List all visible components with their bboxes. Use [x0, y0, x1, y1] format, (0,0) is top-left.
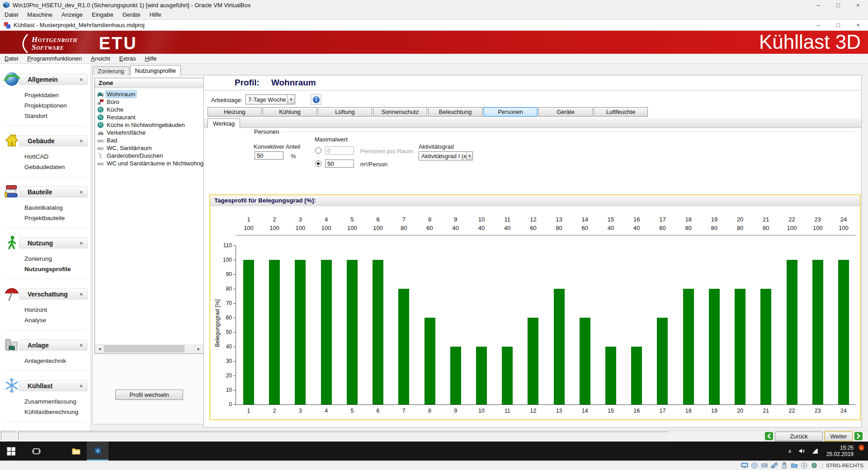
app-minimize-button[interactable]: –: [808, 20, 828, 30]
workdays-dropdown[interactable]: 7-Tage Woche ▼: [245, 94, 295, 104]
activity-level-dropdown[interactable]: Aktivitätsgrad I (entsp ▼: [419, 151, 473, 160]
info-button[interactable]: [311, 94, 321, 105]
zone-horizontal-scrollbar[interactable]: ◄ ►: [95, 344, 203, 353]
task-view-button[interactable]: [25, 442, 47, 461]
taskbar-clock[interactable]: 15:25 25.02.2019: [822, 445, 858, 457]
collapse-chevron-icon[interactable]: «: [79, 190, 85, 193]
app-menu-ansicht[interactable]: Ansicht: [86, 54, 115, 63]
sidebar-header-kühllast[interactable]: Kühllast«: [5, 378, 88, 393]
zone-list-item[interactable]: wcWC und Sanitärräume in Nichtwohngebäud…: [97, 160, 203, 167]
sidebar-item-horizont[interactable]: Horizont: [24, 305, 88, 315]
profile-tab-sonnenschutz[interactable]: Sonnenschutz: [373, 107, 427, 117]
profile-tab-kühlung[interactable]: Kühlung: [263, 107, 317, 117]
vbox-menu-maschine[interactable]: Maschine: [23, 10, 57, 19]
next-button[interactable]: Weiter: [825, 432, 853, 441]
scroll-left-button[interactable]: ◄: [95, 344, 104, 353]
zone-tab-zonierung[interactable]: Zonierung: [93, 66, 129, 75]
sidebar-item-projektdaten[interactable]: Projektdaten: [24, 90, 88, 100]
sidebar-item-analyse[interactable]: Analyse: [24, 315, 88, 325]
next-arrow-icon[interactable]: [854, 432, 863, 440]
sidebar-item-nutzungsprofile[interactable]: Nutzungsprofile: [24, 264, 88, 274]
recording-icon[interactable]: [801, 462, 808, 469]
app-maximize-button[interactable]: □: [828, 20, 848, 30]
tab-werktag[interactable]: Werktag: [208, 118, 240, 128]
app-menu-datei[interactable]: Datei: [0, 54, 23, 63]
convective-share-input[interactable]: [255, 151, 283, 160]
shared-folder-icon[interactable]: [791, 462, 798, 469]
vbox-menu-eingabe[interactable]: Eingabe: [87, 10, 118, 19]
file-explorer-button[interactable]: [65, 442, 87, 461]
sidebar-header-verschattung[interactable]: Verschattung«: [5, 287, 88, 301]
notification-center-button[interactable]: 1: [858, 442, 868, 461]
sqm-per-person-radio[interactable]: [315, 160, 321, 167]
network-tray-icon[interactable]: [808, 442, 822, 461]
dropdown-arrow-icon[interactable]: ▼: [466, 152, 472, 160]
vbox-minimize-button[interactable]: –: [808, 0, 828, 10]
zone-list-item[interactable]: wcWC, Sanitärraum: [97, 144, 203, 152]
sidebar-item-anlagentechnik[interactable]: Anlagentechnik: [24, 356, 88, 366]
vbox-close-button[interactable]: ×: [848, 0, 868, 10]
sidebar-header-anlage[interactable]: Anlage«: [5, 338, 88, 352]
app-close-button[interactable]: ×: [848, 20, 868, 30]
start-button[interactable]: [0, 442, 22, 461]
sidebar-item-kühllastberechnung[interactable]: Kühllastberechnung: [24, 407, 88, 417]
profile-tab-personen[interactable]: Personen: [483, 107, 538, 117]
profile-tab-beleuchtung[interactable]: Beleuchtung: [428, 107, 482, 117]
scrollbar-thumb[interactable]: [104, 345, 184, 352]
scroll-right-button[interactable]: ►: [194, 344, 203, 353]
app-menu-extras[interactable]: Extras: [115, 54, 141, 63]
zone-list-item[interactable]: Küche in Nichtwohngebäuden: [97, 121, 203, 129]
zone-list-item[interactable]: Wohnraum: [97, 90, 203, 98]
collapse-chevron-icon[interactable]: «: [79, 384, 85, 387]
usb-icon[interactable]: [781, 462, 788, 469]
vbox-menu-datei[interactable]: Datei: [0, 10, 23, 19]
hard-disk-icon[interactable]: [761, 462, 768, 469]
switch-profile-button[interactable]: Profil wechseln: [115, 390, 183, 400]
sidebar-item-standort[interactable]: Standort: [24, 111, 88, 121]
persons-per-room-radio[interactable]: [315, 147, 321, 154]
sidebar-item-projektoptionen[interactable]: Projektoptionen: [24, 100, 88, 111]
vbox-menu-ger-te[interactable]: Geräte: [118, 10, 145, 19]
profile-tab-heizung[interactable]: Heizung: [208, 107, 262, 117]
zone-list-item[interactable]: Verkehrsfläche: [97, 129, 203, 136]
zone-list-item[interactable]: Büro: [97, 98, 203, 106]
sidebar-item-bauteilkatalog[interactable]: Bauteilkatalog: [24, 202, 88, 213]
zone-list-item[interactable]: Restaurant: [97, 113, 203, 121]
display-icon[interactable]: [741, 462, 748, 469]
features-chip-icon[interactable]: [811, 462, 818, 469]
network-adapter-icon[interactable]: [771, 462, 778, 469]
zone-list-item[interactable]: Küche: [97, 106, 203, 113]
profile-tab-geräte[interactable]: Geräte: [538, 107, 593, 117]
back-button[interactable]: Zurück: [775, 432, 823, 441]
sidebar-header-nutzung[interactable]: Nutzung«: [5, 235, 88, 250]
dropdown-arrow-icon[interactable]: ▼: [287, 95, 295, 104]
profile-tab-luftfeuchte[interactable]: Luftfeuchte: [594, 107, 648, 117]
show-hidden-icons-button[interactable]: ∧: [785, 442, 795, 461]
persons-per-room-input[interactable]: [325, 146, 354, 155]
vbox-menu-hilfe[interactable]: Hilfe: [145, 10, 165, 19]
sidebar-header-gebäude[interactable]: Gebäude«: [5, 133, 88, 148]
zone-list-item[interactable]: wcBad: [97, 136, 203, 144]
sidebar-item-hottcad[interactable]: HottCAD: [24, 151, 88, 162]
sidebar-item-zusammenfassung[interactable]: Zusammenfassung: [24, 396, 88, 407]
sqm-per-person-input[interactable]: [325, 160, 354, 168]
volume-icon[interactable]: [795, 442, 808, 461]
collapse-chevron-icon[interactable]: «: [79, 343, 85, 347]
collapse-chevron-icon[interactable]: «: [79, 78, 85, 81]
zone-list-item[interactable]: Garderoben/Duschen: [97, 152, 203, 160]
zone-tab-nutzungsprofile[interactable]: Nutzungsprofile: [130, 65, 181, 75]
sidebar-item-zonierung[interactable]: Zonierung: [24, 254, 88, 264]
kuehllast-taskbar-button[interactable]: [87, 442, 108, 461]
sidebar-header-bauteile[interactable]: Bauteile«: [5, 184, 88, 199]
vbox-menu-anzeige[interactable]: Anzeige: [57, 10, 87, 19]
collapse-chevron-icon[interactable]: «: [79, 241, 85, 244]
app-menu-hilfe[interactable]: Hilfe: [141, 54, 161, 63]
optical-disc-icon[interactable]: [751, 462, 758, 469]
collapse-chevron-icon[interactable]: «: [79, 139, 85, 142]
profile-tab-lüftung[interactable]: Lüftung: [318, 107, 372, 117]
back-arrow-icon[interactable]: [765, 432, 773, 440]
app-menu-programmfunktionen[interactable]: Programmfunktionen: [23, 54, 86, 63]
sidebar-header-allgemein[interactable]: Allgemein«: [5, 72, 88, 86]
collapse-chevron-icon[interactable]: «: [79, 292, 85, 296]
vbox-maximize-button[interactable]: □: [828, 0, 848, 10]
